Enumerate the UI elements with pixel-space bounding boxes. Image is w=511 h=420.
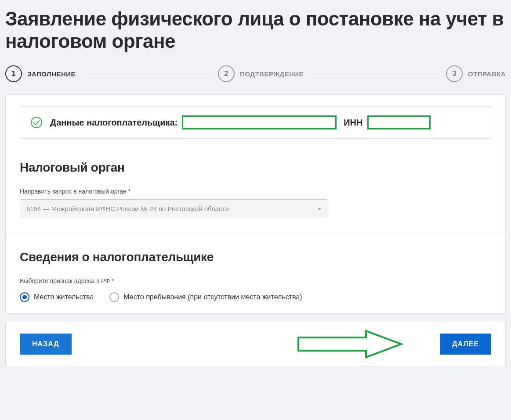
footer-actions: НАЗАД ДАЛЕЕ — [5, 322, 506, 366]
radio-residence[interactable]: Место жительства — [20, 292, 94, 302]
step-3: 3 ОТПРАВКА — [446, 65, 506, 82]
step-2: 2 ПОДТВЕРЖДЕНИЕ — [218, 65, 304, 82]
step-1: 1 ЗАПОЛНЕНИЕ — [5, 65, 76, 82]
tax-authority-title: Налоговый орган — [20, 161, 491, 175]
radio-label: Место пребывания (при отсутствии места ж… — [123, 293, 302, 301]
taxpayer-info-title: Сведения о налогоплательщике — [20, 250, 491, 264]
stepper: 1 ЗАПОЛНЕНИЕ 2 ПОДТВЕРЖДЕНИЕ 3 ОТПРАВКА — [5, 65, 506, 82]
tax-authority-select[interactable]: 6194 — Межрайонная ИФНС России № 24 по Р… — [20, 199, 327, 218]
radio-stay[interactable]: Место пребывания (при отсутствии места ж… — [109, 292, 302, 302]
step-label: ОТПРАВКА — [468, 70, 506, 78]
form-card: Данные налогоплательщика: ИНН Налоговый … — [5, 94, 506, 314]
stepper-line — [82, 74, 212, 74]
taxpayer-inn-field — [367, 115, 431, 129]
back-button[interactable]: НАЗАД — [20, 334, 72, 355]
taxpayer-data-block: Данные налогоплательщика: ИНН — [20, 106, 491, 139]
tax-authority-select-value: 6194 — Межрайонная ИФНС России № 24 по Р… — [20, 199, 327, 218]
address-type-radio-group: Место жительства Место пребывания (при о… — [20, 292, 491, 302]
step-label: ЗАПОЛНЕНИЕ — [27, 70, 76, 78]
arrow-annotation-icon — [296, 329, 406, 359]
next-button[interactable]: ДАЛЕЕ — [440, 334, 491, 355]
radio-icon — [109, 292, 119, 302]
inn-label: ИНН — [344, 118, 362, 128]
divider — [6, 234, 505, 234]
radio-icon — [20, 292, 29, 302]
radio-label: Место жительства — [34, 293, 94, 301]
step-number: 1 — [5, 65, 22, 82]
stepper-line — [310, 74, 440, 74]
step-number: 3 — [446, 65, 463, 82]
step-number: 2 — [218, 65, 235, 82]
chevron-down-icon — [318, 208, 321, 210]
address-type-field-label: Выберите признак адреса в РФ * — [20, 277, 491, 284]
taxpayer-name-field — [182, 115, 337, 129]
check-icon — [31, 117, 42, 128]
step-label: ПОДТВЕРЖДЕНИЕ — [240, 70, 304, 78]
tax-authority-field-label: Направить запрос в налоговый орган * — [20, 188, 491, 195]
page-title: Заявление физического лица о постановке … — [5, 8, 506, 52]
taxpayer-label: Данные налогоплательщика: — [50, 118, 178, 128]
